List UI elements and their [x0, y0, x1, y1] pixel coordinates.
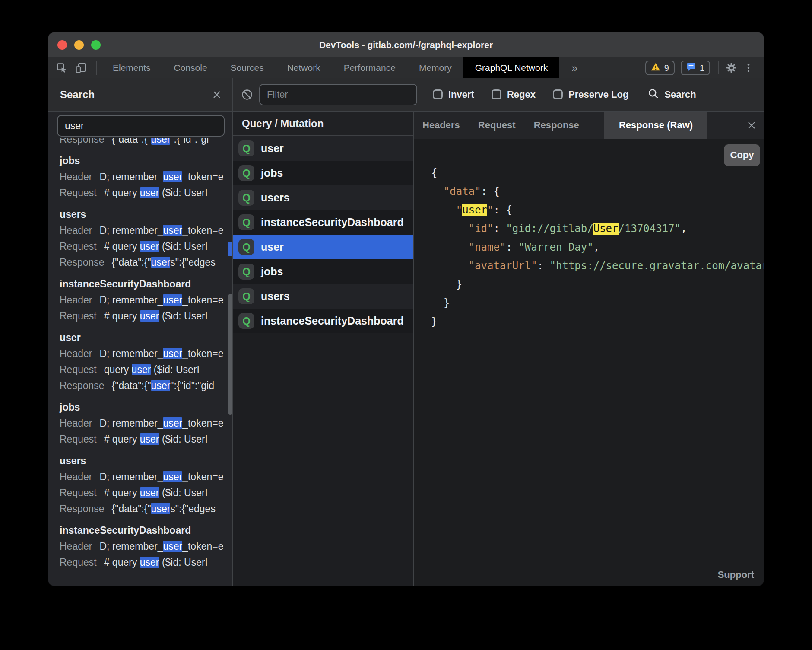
search-result-group-title[interactable]: instanceSecurityDashboard: [60, 523, 232, 538]
support-link[interactable]: Support: [718, 569, 754, 580]
search-result-group-title[interactable]: user: [60, 330, 232, 346]
query-type-icon: Q: [238, 214, 254, 230]
search-match-highlight: user: [462, 204, 487, 216]
search-match-highlight: user: [140, 241, 159, 252]
detail-tab-response-raw[interactable]: Response (Raw): [604, 112, 707, 139]
search-result-line[interactable]: Response{"data":{"user":{"id":"gi: [60, 138, 232, 147]
window-title: DevTools - gitlab.com/-/graphql-explorer: [143, 32, 669, 57]
json-indent: [431, 204, 456, 216]
search-result-line[interactable]: HeaderD; remember_user_token=e: [60, 223, 232, 239]
json-line: "data": {: [431, 182, 764, 201]
device-toolbar-icon[interactable]: [74, 61, 87, 74]
search-result-line[interactable]: Request# query user ($id: UserI: [60, 185, 232, 201]
search-result-line[interactable]: HeaderD; remember_user_token=e: [60, 169, 232, 185]
search-result-line[interactable]: Request# query user ($id: UserI: [60, 554, 232, 570]
tab-sources[interactable]: Sources: [219, 57, 276, 78]
query-list-item[interactable]: QinstanceSecurityDashboard: [233, 210, 413, 235]
more-tabs-icon[interactable]: »: [559, 62, 590, 74]
search-result-line[interactable]: Response{"data":{"users":{"edges: [60, 255, 232, 271]
search-match-highlight: user: [163, 417, 182, 429]
checkbox-regex[interactable]: Regex: [492, 89, 536, 100]
close-search-icon[interactable]: [212, 89, 222, 100]
search-result-group-title[interactable]: jobs: [60, 399, 232, 415]
json-line: }: [431, 294, 764, 312]
search-result-line[interactable]: Requestquery user ($id: UserI: [60, 362, 232, 378]
tab-graphql-network[interactable]: GraphQL Network: [463, 57, 559, 78]
search-result-line[interactable]: HeaderD; remember_user_token=e: [60, 469, 232, 485]
search-result-line[interactable]: Request# query user ($id: UserI: [60, 308, 232, 324]
query-list-pane: Query / Mutation QuserQjobsQusersQinstan…: [233, 112, 413, 586]
search-result-line[interactable]: HeaderD; remember_user_token=e: [60, 538, 232, 554]
query-list-item[interactable]: Qjobs: [233, 161, 413, 185]
close-window-button[interactable]: [57, 40, 67, 50]
search-result-line[interactable]: Response{"data":{"users":{"edges: [60, 501, 232, 517]
search-result-line[interactable]: Response{"data":{"user":{"id":"gid: [60, 378, 232, 394]
settings-gear-icon[interactable]: [725, 61, 738, 74]
tab-console[interactable]: Console: [162, 57, 219, 78]
query-list-item[interactable]: Qusers: [233, 185, 413, 210]
search-result-text: D; remember_: [99, 171, 163, 182]
search-result-line[interactable]: HeaderD; remember_user_token=e: [60, 346, 232, 362]
search-result-group-title[interactable]: jobs: [60, 153, 232, 169]
content-area: Response{"data":{"user":{"id":"gijobsHea…: [48, 112, 764, 586]
search-match-highlight: user: [151, 380, 171, 391]
search-result-line[interactable]: Request# query user ($id: UserI: [60, 239, 232, 255]
warning-count: 9: [664, 63, 669, 73]
warnings-badge[interactable]: 9: [645, 61, 675, 75]
json-token: :: [506, 241, 518, 253]
detail-tab-request[interactable]: Request: [478, 120, 516, 131]
json-token: ,: [681, 223, 687, 235]
query-type-icon: Q: [238, 140, 254, 156]
inspect-element-icon[interactable]: [55, 61, 68, 74]
search-toggle[interactable]: Search: [647, 88, 696, 101]
clear-log-icon[interactable]: [241, 89, 253, 101]
query-list-item[interactable]: Qusers: [233, 284, 413, 309]
copy-button[interactable]: Copy: [724, 144, 760, 166]
message-bubble-icon: [686, 62, 696, 74]
checkbox-box-icon[interactable]: [433, 89, 443, 99]
search-result-text: D; remember_: [99, 348, 163, 359]
detail-tab-response[interactable]: Response: [534, 120, 579, 131]
search-result-group-title[interactable]: users: [60, 207, 232, 223]
search-result-line[interactable]: Request# query user ($id: UserI: [60, 485, 232, 501]
json-token: }: [456, 278, 462, 290]
filter-input[interactable]: [259, 84, 417, 105]
query-list-item[interactable]: Qjobs: [233, 259, 413, 284]
tab-network[interactable]: Network: [276, 57, 332, 78]
search-result-line[interactable]: Request# query user ($id: UserI: [60, 431, 232, 447]
search-result-text: ($id: UserI: [159, 241, 208, 252]
detail-tab-headers[interactable]: Headers: [422, 120, 460, 131]
search-result-line[interactable]: HeaderD; remember_user_token=e: [60, 415, 232, 431]
query-type-icon: Q: [238, 165, 254, 181]
warning-triangle-icon: [651, 62, 660, 74]
tab-elements[interactable]: Elements: [101, 57, 162, 78]
checkbox-preserve-log[interactable]: Preserve Log: [553, 89, 628, 100]
search-result-group-title[interactable]: users: [60, 453, 232, 469]
titlebar[interactable]: DevTools - gitlab.com/-/graphql-explorer: [48, 32, 764, 57]
minimize-window-button[interactable]: [74, 40, 84, 50]
tab-memory[interactable]: Memory: [407, 57, 463, 78]
tab-performance[interactable]: Performance: [332, 57, 407, 78]
kebab-menu-icon[interactable]: [742, 61, 755, 74]
zoom-window-button[interactable]: [91, 40, 101, 50]
search-result-text: D; remember_: [99, 417, 163, 429]
json-token: ,: [593, 241, 599, 253]
search-result-text: _token=e: [182, 171, 223, 182]
search-result-text: D; remember_: [99, 225, 163, 236]
query-list-item[interactable]: Quser: [233, 136, 413, 161]
scrollbar-thumb[interactable]: [228, 294, 232, 415]
search-result-line[interactable]: HeaderD; remember_user_token=e: [60, 292, 232, 308]
search-match-highlight: user: [163, 171, 182, 182]
search-result-text: {"data":{": [112, 138, 151, 145]
query-list-item[interactable]: QinstanceSecurityDashboard: [233, 309, 413, 333]
close-detail-icon[interactable]: [746, 120, 757, 131]
query-list-item[interactable]: Quser: [233, 235, 413, 259]
search-result-group-title[interactable]: instanceSecurityDashboard: [60, 276, 232, 292]
issues-badge[interactable]: 1: [681, 61, 710, 75]
search-panel-header: Search: [48, 78, 232, 112]
search-result-text: _token=e: [182, 294, 223, 306]
checkbox-invert[interactable]: Invert: [433, 89, 474, 100]
checkbox-box-icon[interactable]: [553, 89, 563, 99]
checkbox-box-icon[interactable]: [492, 89, 501, 99]
search-input[interactable]: [57, 115, 225, 137]
